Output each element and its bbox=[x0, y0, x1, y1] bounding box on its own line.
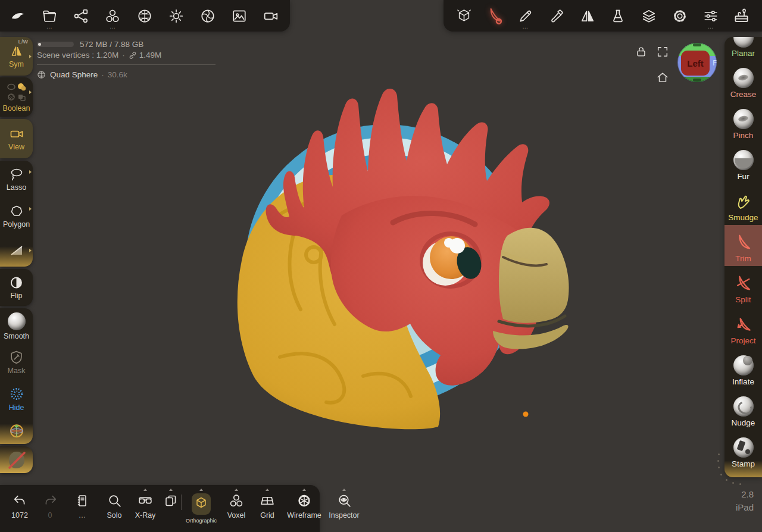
export-button[interactable] bbox=[69, 2, 93, 30]
app-logo[interactable] bbox=[6, 2, 30, 30]
lock-button[interactable] bbox=[633, 44, 649, 60]
scroll-dot bbox=[720, 474, 722, 475]
tool-palette: Planar Crease Pinch Fur Smudge Trim Spli… bbox=[724, 37, 762, 477]
no-stroke-icon bbox=[5, 448, 29, 472]
chevron-right-icon bbox=[29, 55, 32, 58]
crease-icon bbox=[733, 68, 754, 88]
sidebar-item-line[interactable] bbox=[0, 234, 33, 267]
undo-button[interactable]: 1072 bbox=[5, 489, 35, 520]
toolbox-button[interactable] bbox=[730, 2, 754, 30]
masking-tools-group: Smooth Mask Hide bbox=[0, 308, 33, 444]
sidebar-item-label: Polygon bbox=[3, 220, 30, 229]
viewport-canvas[interactable]: US bbox=[226, 71, 583, 440]
pinch-icon bbox=[733, 109, 754, 129]
redo-button[interactable]: 0 bbox=[35, 489, 65, 520]
link-icon bbox=[129, 51, 137, 60]
tool-nudge[interactable]: Nudge bbox=[724, 389, 762, 430]
trim-icon bbox=[734, 233, 753, 252]
layers-button[interactable] bbox=[637, 2, 661, 30]
grid-button[interactable]: Grid bbox=[252, 489, 283, 520]
fullscreen-button[interactable] bbox=[655, 44, 670, 60]
sidebar-item-hide[interactable]: Hide bbox=[0, 381, 33, 417]
bottom-toolbar: 1072 0 … Solo X-Ray Orthographic bbox=[0, 485, 320, 532]
sidebar-item-gizmo[interactable] bbox=[0, 417, 33, 444]
orientation-gizmo[interactable]: Left F bbox=[677, 43, 717, 82]
transform-gizmo-icon bbox=[8, 421, 26, 439]
material-button[interactable] bbox=[606, 2, 630, 30]
history-button[interactable]: … bbox=[65, 489, 99, 520]
caret-up-icon bbox=[235, 489, 238, 491]
tool-stamp[interactable]: Stamp bbox=[724, 430, 762, 471]
tool-pinch[interactable]: Pinch bbox=[724, 102, 762, 143]
sidebar-item-label: Boolean bbox=[3, 104, 30, 112]
line-falloff-icon bbox=[8, 243, 26, 258]
orthographic-button[interactable]: Orthographic bbox=[182, 489, 221, 524]
mesh-icon bbox=[37, 70, 46, 79]
caret-up-icon bbox=[169, 489, 173, 491]
gizmo-tool-button[interactable] bbox=[452, 2, 476, 30]
files-button[interactable]: … bbox=[38, 2, 61, 30]
postprocess-button[interactable] bbox=[196, 2, 220, 30]
sidebar-item-lasso[interactable]: Lasso bbox=[0, 161, 33, 198]
sidebar-item-mask[interactable]: Mask bbox=[0, 344, 33, 381]
active-tool-trim-button[interactable] bbox=[483, 2, 507, 30]
scroll-dot bbox=[732, 482, 734, 484]
interface-sliders-button[interactable]: … bbox=[699, 2, 723, 30]
symmetry-plane-label: L/W bbox=[18, 39, 29, 45]
tool-fur[interactable]: Fur bbox=[724, 143, 762, 184]
settings-button[interactable] bbox=[668, 2, 692, 30]
sidebar-item-symmetry[interactable]: L/W Sym bbox=[0, 37, 33, 76]
smooth-icon bbox=[8, 312, 26, 330]
tool-trim[interactable]: Trim bbox=[724, 225, 762, 266]
solo-button[interactable]: Solo bbox=[99, 489, 130, 520]
symmetry-icon bbox=[9, 44, 24, 58]
brush-tool-button[interactable]: … bbox=[514, 2, 538, 30]
inspector-button[interactable]: Inspector bbox=[326, 489, 363, 520]
wireframe-button[interactable]: Wireframe bbox=[283, 489, 326, 520]
scroll-dot bbox=[717, 460, 719, 462]
tool-project[interactable]: Project bbox=[724, 307, 762, 348]
stamp-icon bbox=[733, 437, 754, 458]
lighting-button[interactable] bbox=[164, 2, 188, 30]
planar-icon bbox=[733, 37, 754, 48]
sidebar-item-flip[interactable]: Flip bbox=[0, 269, 33, 306]
scene-button[interactable]: … bbox=[101, 2, 124, 30]
sidebar-item-boolean[interactable]: Boolean bbox=[0, 77, 33, 117]
sidebar-item-view[interactable]: View bbox=[0, 119, 33, 158]
chevron-right-icon bbox=[29, 249, 32, 252]
sidebar-item-polygon[interactable]: Polygon bbox=[0, 198, 33, 234]
selection-tools-group: Lasso Polygon bbox=[0, 161, 33, 267]
stroke-dot bbox=[523, 412, 529, 417]
top-left-toolbar: … … bbox=[0, 0, 290, 32]
polygon-icon bbox=[9, 204, 24, 218]
tool-split[interactable]: Split bbox=[724, 266, 762, 307]
selected-object-row[interactable]: Quad Sphere · 30.6k bbox=[37, 70, 227, 79]
paint-tool-button[interactable] bbox=[545, 2, 569, 30]
sidebar-item-label: Flip bbox=[10, 292, 22, 300]
caret-up-icon bbox=[266, 489, 269, 491]
topology-button[interactable] bbox=[133, 2, 157, 30]
caret-up-icon bbox=[302, 489, 306, 491]
voxel-button[interactable]: Voxel bbox=[221, 489, 252, 520]
xray-button[interactable]: X-Ray bbox=[130, 489, 161, 520]
shading-icon bbox=[164, 493, 178, 508]
scene-vertices-value: 1.20M bbox=[96, 51, 119, 60]
caret-up-icon bbox=[143, 489, 147, 491]
sidebar-item-stroke-off[interactable] bbox=[0, 446, 33, 473]
background-button[interactable] bbox=[227, 2, 251, 30]
tool-smudge[interactable]: Smudge bbox=[724, 184, 762, 225]
camera-button[interactable] bbox=[259, 2, 283, 30]
sidebar-item-smooth[interactable]: Smooth bbox=[0, 308, 33, 344]
voxel-icon bbox=[229, 493, 244, 508]
matcap-button[interactable] bbox=[161, 489, 181, 508]
boolean-icon bbox=[6, 82, 27, 102]
sidebar-item-label: Lasso bbox=[7, 183, 26, 192]
tool-planar[interactable]: Planar bbox=[724, 37, 762, 61]
symmetry-button[interactable] bbox=[576, 2, 599, 30]
linked-vertices-value: 1.49M bbox=[139, 51, 162, 60]
device-label: iPad bbox=[736, 501, 754, 514]
tool-crease[interactable]: Crease bbox=[724, 61, 762, 102]
status-readout: 2.8 iPad bbox=[736, 488, 754, 514]
tool-inflate[interactable]: Inflate bbox=[724, 348, 762, 389]
home-view-button[interactable] bbox=[655, 70, 670, 85]
